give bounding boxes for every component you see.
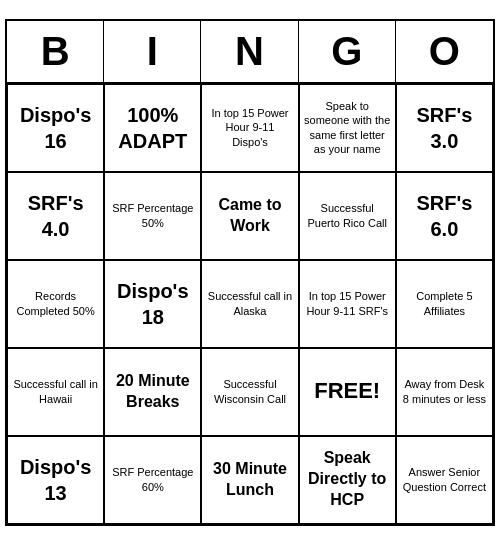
bingo-cell-5: SRF's 4.0 <box>7 172 104 260</box>
bingo-cell-24: Answer Senior Question Correct <box>396 436 493 524</box>
header-letter-G: G <box>299 21 396 82</box>
header-letter-I: I <box>104 21 201 82</box>
header-letter-N: N <box>201 21 298 82</box>
bingo-cell-4: SRF's 3.0 <box>396 84 493 172</box>
bingo-cell-0: Dispo's 16 <box>7 84 104 172</box>
bingo-cell-10: Records Completed 50% <box>7 260 104 348</box>
bingo-cell-1: 100% ADAPT <box>104 84 201 172</box>
bingo-cell-3: Speak to someone with the same first let… <box>299 84 396 172</box>
bingo-cell-12: Successful call in Alaska <box>201 260 298 348</box>
bingo-cell-2: In top 15 Power Hour 9-11 Dispo's <box>201 84 298 172</box>
bingo-cell-8: Successful Puerto Rico Call <box>299 172 396 260</box>
bingo-cell-23: Speak Directly to HCP <box>299 436 396 524</box>
bingo-cell-7: Came to Work <box>201 172 298 260</box>
bingo-cell-6: SRF Percentage 50% <box>104 172 201 260</box>
bingo-cell-20: Dispo's 13 <box>7 436 104 524</box>
header-letter-O: O <box>396 21 493 82</box>
bingo-cell-19: Away from Desk 8 minutes or less <box>396 348 493 436</box>
bingo-cell-21: SRF Percentage 60% <box>104 436 201 524</box>
bingo-cell-17: Successful Wisconsin Call <box>201 348 298 436</box>
bingo-cell-16: 20 Minute Breaks <box>104 348 201 436</box>
bingo-cell-13: In top 15 Power Hour 9-11 SRF's <box>299 260 396 348</box>
bingo-cell-22: 30 Minute Lunch <box>201 436 298 524</box>
bingo-header: BINGO <box>7 21 493 84</box>
bingo-cell-9: SRF's 6.0 <box>396 172 493 260</box>
header-letter-B: B <box>7 21 104 82</box>
bingo-cell-14: Complete 5 Affiliates <box>396 260 493 348</box>
bingo-card: BINGO Dispo's 16100% ADAPTIn top 15 Powe… <box>5 19 495 526</box>
bingo-grid: Dispo's 16100% ADAPTIn top 15 Power Hour… <box>7 84 493 524</box>
bingo-cell-11: Dispo's 18 <box>104 260 201 348</box>
bingo-cell-15: Successful call in Hawaii <box>7 348 104 436</box>
bingo-cell-18: FREE! <box>299 348 396 436</box>
